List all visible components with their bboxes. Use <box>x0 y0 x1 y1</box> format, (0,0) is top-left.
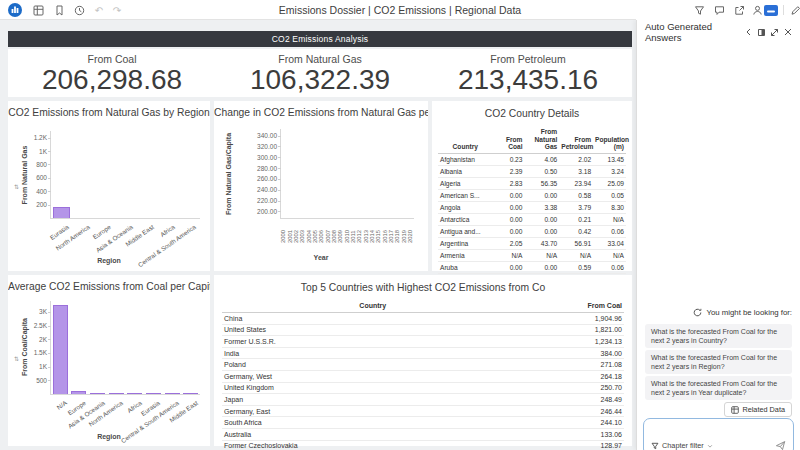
share-icon[interactable] <box>732 3 746 17</box>
column-header[interactable]: From Petroleum <box>559 127 593 153</box>
plot-area: 2004006008001K1.2KEurasiaNorth AmericaEu… <box>50 131 200 219</box>
edit-pencil-icon[interactable] <box>788 3 800 17</box>
send-icon[interactable] <box>775 440 786 450</box>
bar[interactable] <box>127 393 142 395</box>
value-cell: 1,234.13 <box>524 336 625 348</box>
table-row[interactable]: Germany, West264.18 <box>222 371 624 383</box>
value-cell: 25.09 <box>593 177 626 189</box>
table-row[interactable]: Albania2.390.503.183.24 <box>438 165 626 177</box>
table-row[interactable]: Afghanistan0.234.062.0213.45 <box>438 153 626 165</box>
kpi-from-natural-gas[interactable]: From Natural Gas 106,322.39 <box>216 49 424 97</box>
x-tick-label: 2018 <box>394 221 400 243</box>
table-row[interactable]: Angola0.003.383.798.30 <box>438 201 626 213</box>
table-row[interactable]: Australia133.06 <box>222 428 624 440</box>
bar[interactable] <box>53 207 70 218</box>
kpi-value: 213,435.16 <box>458 66 598 94</box>
table-row[interactable]: United Kingdom250.70 <box>222 382 624 394</box>
plot-area: 5001K1.5K2K2.5K3KN/AEuropeAsia & Oceania… <box>50 301 200 395</box>
table-row[interactable]: Antarctica0.000.000.21N/A <box>438 213 626 225</box>
suggestion-chip[interactable]: What is the forecasted From Coal for the… <box>645 324 792 348</box>
country-cell: Germany, East <box>222 405 524 417</box>
table-row[interactable]: Former U.S.S.R.1,234.13 <box>222 336 624 348</box>
column-header[interactable]: Country <box>438 127 493 153</box>
x-axis-title: Region <box>8 433 210 440</box>
comments-icon[interactable] <box>712 3 726 17</box>
value-cell: 250.70 <box>524 382 625 394</box>
value-cell: 0.59 <box>559 261 593 273</box>
kpi-value: 106,322.39 <box>250 66 390 94</box>
bar[interactable] <box>109 393 124 395</box>
close-icon[interactable] <box>781 26 794 39</box>
value-cell: 43.70 <box>524 237 559 249</box>
value-cell: N/A <box>593 213 626 225</box>
table-row[interactable]: South Africa244.10 <box>222 417 624 429</box>
bar-chart-coal-per-capita-by-region[interactable]: Average CO2 Emissions from Coal per Capi… <box>8 275 210 446</box>
column-header[interactable]: Country <box>222 301 524 313</box>
table-row[interactable]: Poland271.08 <box>222 359 624 371</box>
value-cell: 0.58 <box>559 189 593 201</box>
table-title: CO2 Country Details <box>432 101 632 119</box>
bar[interactable] <box>183 393 198 395</box>
country-cell: Antigua and... <box>438 225 493 237</box>
value-cell: 0.21 <box>559 213 593 225</box>
y-tick-mark <box>48 353 51 354</box>
table-top5-coal-countries[interactable]: Top 5 Countries with Highest CO2 Emissio… <box>214 275 632 446</box>
y-tick-label: 200 <box>15 201 47 208</box>
assistant-panel-icon[interactable] <box>764 3 778 17</box>
value-cell: 244.10 <box>524 417 625 429</box>
y-tick-label: 800 <box>15 161 47 168</box>
table-row[interactable]: ArmeniaN/AN/AN/AN/A <box>438 249 626 261</box>
column-header[interactable]: Population (m) <box>593 127 626 153</box>
kpi-from-petroleum[interactable]: From Petroleum 213,435.16 <box>424 49 632 97</box>
expand-icon[interactable] <box>768 26 781 39</box>
table-row[interactable]: India384.00 <box>222 347 624 359</box>
related-data-button[interactable]: Related Data <box>724 402 792 417</box>
related-data-icon <box>731 406 739 414</box>
bar[interactable] <box>146 393 161 395</box>
column-header[interactable]: From Coal <box>524 301 625 313</box>
bar[interactable] <box>90 393 105 395</box>
bar-chart-natural-gas-by-region[interactable]: CO2 Emissions from Natural Gas by Region… <box>8 101 210 271</box>
question-input-box[interactable]: Chapter filter <box>643 418 794 450</box>
country-cell: United States <box>222 324 524 336</box>
table-row[interactable]: Argentina2.0543.7056.9133.04 <box>438 237 626 249</box>
table-row[interactable]: Antigua and...0.000.000.420.06 <box>438 225 626 237</box>
dock-panel-icon[interactable] <box>755 26 768 39</box>
chapter-filter-dropdown[interactable]: Chapter filter <box>651 441 775 450</box>
value-cell: 133.06 <box>524 428 625 440</box>
bar[interactable] <box>71 391 86 394</box>
table-row[interactable]: American S...0.000.000.580.05 <box>438 189 626 201</box>
value-cell: 3.24 <box>593 165 626 177</box>
value-cell: 2.39 <box>493 165 525 177</box>
user-icon[interactable] <box>750 3 764 17</box>
y-tick-mark <box>48 205 51 206</box>
refresh-icon[interactable] <box>693 308 702 317</box>
y-tick-label: 500 <box>15 377 47 384</box>
y-tick-mark <box>48 380 51 381</box>
suggestion-chip[interactable]: What is the forecasted From Coal for the… <box>645 350 792 374</box>
table-row[interactable]: United States1,821.00 <box>222 324 624 336</box>
related-data-label: Related Data <box>742 405 785 414</box>
country-cell: Argentina <box>438 237 493 249</box>
line-chart-natural-gas-per-capita[interactable]: Change in CO2 Emissions from Natural Gas… <box>214 101 428 271</box>
table-row[interactable]: Japan248.49 <box>222 394 624 406</box>
collapse-left-icon[interactable] <box>742 26 755 39</box>
value-cell: 0.06 <box>593 261 626 273</box>
bar[interactable] <box>165 393 180 395</box>
suggestion-chip[interactable]: What is the forecasted From Coal for the… <box>645 376 792 400</box>
column-header[interactable]: From Natural Gas <box>524 127 559 153</box>
y-tick-mark <box>48 151 51 152</box>
table-row[interactable]: Aruba0.000.000.590.06 <box>438 261 626 273</box>
table-row[interactable]: China1,904.96 <box>222 313 624 325</box>
table-row[interactable]: Former Czechoslovakia128.97 <box>222 440 624 450</box>
y-tick-mark <box>278 211 281 212</box>
filter-icon[interactable] <box>692 3 706 17</box>
table-country-details[interactable]: CO2 Country Details CountryFrom CoalFrom… <box>432 101 632 271</box>
kpi-from-coal[interactable]: From Coal 206,298.68 <box>8 49 216 97</box>
bar[interactable] <box>53 305 68 394</box>
table-row[interactable]: Germany, East246.44 <box>222 405 624 417</box>
y-tick-label: 340.00 <box>245 132 277 139</box>
value-cell: 13.45 <box>593 153 626 165</box>
table-row[interactable]: Algeria2.8356.3523.9425.09 <box>438 177 626 189</box>
column-header[interactable]: From Coal <box>493 127 525 153</box>
